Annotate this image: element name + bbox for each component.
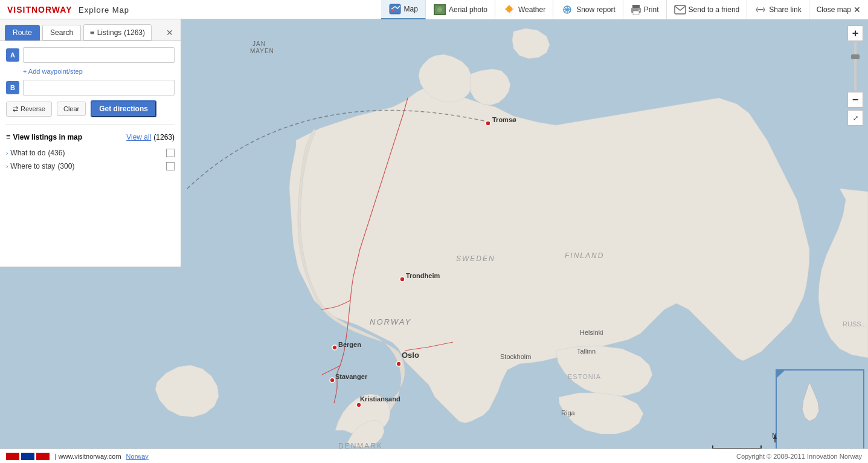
send-icon	[674, 4, 686, 15]
nav-send-button[interactable]: Send to a friend	[667, 0, 748, 19]
svg-point-5	[506, 6, 512, 12]
what-to-do-label: What to do	[10, 149, 45, 157]
sidebar-panel: Route Search ≡ Listings (1263) ✕ A + Add…	[0, 19, 181, 267]
listing-item-where-to-stay[interactable]: › Where to stay (300)	[6, 160, 175, 173]
listing-item-what-to-do[interactable]: › What to do (436)	[6, 146, 175, 160]
get-directions-button[interactable]: Get directions	[91, 100, 156, 117]
close-map-button[interactable]: Close map ✕	[809, 0, 868, 19]
svg-rect-17	[633, 11, 639, 15]
where-to-stay-checkbox[interactable]	[166, 162, 175, 170]
tab-bar: Route Search ≡ Listings (1263) ✕	[0, 19, 181, 41]
nav-share-label: Share link	[769, 5, 801, 14]
nav-aerial-button[interactable]: Aerial photo	[426, 0, 495, 19]
reverse-button[interactable]: ⇄ Reverse	[6, 102, 52, 117]
svg-point-18	[638, 10, 640, 11]
map-icon	[388, 3, 402, 15]
footer: | www.visitnorway.com Norway Copyright ©…	[0, 448, 868, 463]
label-stavanger: Stavanger	[335, 373, 368, 380]
label-tromso: Tromsø	[492, 116, 516, 123]
zoom-out-button[interactable]: −	[847, 92, 863, 108]
label-oslo: Oslo	[402, 351, 419, 360]
label-tallinn: Tallinn	[577, 348, 596, 355]
nav-print-button[interactable]: Print	[623, 0, 667, 19]
label-norway: NORWAY	[370, 317, 411, 326]
zoom-slider-track[interactable]	[854, 42, 857, 91]
share-icon	[754, 4, 767, 15]
footer-separator: |	[54, 453, 56, 460]
reverse-icon: ⇄	[13, 105, 18, 113]
nav-aerial-label: Aerial photo	[449, 5, 487, 14]
sidebar-content: A + Add waypoint/step B ⇄ Reverse Clear …	[0, 41, 181, 179]
view-listings-title: ≡ View listings in map	[6, 132, 82, 141]
zoom-in-button[interactable]: +	[847, 25, 863, 41]
label-jan-mayen2: MAYEN	[250, 48, 274, 54]
nav-map-button[interactable]: Map	[381, 0, 426, 19]
nav-snow-button[interactable]: Snow report	[553, 0, 623, 19]
where-to-stay-label: Where to stay	[10, 162, 55, 170]
view-all-area: View all (1263)	[126, 133, 175, 141]
nav-map-label: Map	[404, 5, 418, 13]
city-dot-oslo	[396, 361, 401, 366]
svg-point-1	[392, 9, 394, 11]
label-bergen: Bergen	[338, 341, 361, 348]
label-stockholm: Stockholm	[500, 353, 531, 360]
chevron-what-to-do: ›	[6, 150, 8, 157]
label-kristiansand: Kristiansand	[360, 395, 400, 403]
close-map-label: Close map	[817, 5, 851, 14]
view-listings-header: ≡ View listings in map View all (1263)	[6, 132, 175, 141]
label-riga: Riga	[561, 409, 576, 416]
logo-visit: VISITNORWAY	[7, 5, 72, 15]
city-dot-tromso	[486, 121, 490, 126]
footer-website: www.visitnorway.com	[59, 453, 121, 460]
waypoint-b-label: B	[6, 81, 19, 94]
add-waypoint-button[interactable]: + Add waypoint/step	[23, 68, 175, 75]
svg-point-4	[437, 7, 442, 12]
nav-snow-label: Snow report	[576, 5, 616, 14]
divider	[6, 125, 175, 125]
footer-flags	[6, 453, 50, 460]
label-sweden: SWEDEN	[456, 254, 495, 263]
waypoint-b-input[interactable]	[23, 80, 175, 96]
flag-red	[6, 453, 19, 460]
label-helsinki: Helsinki	[580, 329, 603, 336]
waypoint-a-label: A	[6, 48, 19, 62]
route-tab[interactable]: Route	[5, 25, 40, 40]
route-actions: ⇄ Reverse Clear Get directions	[6, 100, 175, 117]
flag-red2	[36, 453, 50, 460]
list-icon-2: ≡	[6, 132, 11, 141]
label-jan-mayen: JAN	[252, 40, 266, 47]
zoom-expand-button[interactable]: ⤢	[847, 110, 863, 126]
zoom-slider-thumb[interactable]	[851, 54, 860, 59]
clear-button[interactable]: Clear	[57, 102, 86, 116]
listings-tab[interactable]: ≡ Listings (1263)	[83, 24, 152, 40]
close-sidebar-button[interactable]: ✕	[164, 25, 176, 40]
weather-icon	[503, 4, 516, 16]
waypoint-a-input[interactable]	[23, 47, 175, 63]
listings-total-count: (1263)	[153, 133, 175, 141]
where-to-stay-count: (300)	[57, 162, 74, 170]
label-estonia: ESTONIA	[568, 373, 601, 380]
footer-norway-link[interactable]: Norway	[126, 453, 149, 460]
snow-icon	[561, 4, 574, 16]
svg-rect-19	[675, 5, 686, 14]
header-navigation: Map Aerial photo Weather Snow report	[381, 0, 868, 19]
listings-label: Listings	[97, 28, 122, 37]
close-icon: ✕	[854, 5, 861, 15]
search-tab[interactable]: Search	[42, 25, 81, 40]
label-russia: RUSS...	[843, 320, 867, 328]
city-dot-kristiansand	[356, 403, 361, 407]
what-to-do-checkbox[interactable]	[166, 149, 175, 157]
zoom-controls: + − ⤢	[847, 25, 863, 126]
nav-share-button[interactable]: Share link	[747, 0, 809, 19]
nav-print-label: Print	[644, 5, 659, 14]
print-icon	[631, 4, 641, 15]
waypoint-a-row: A	[6, 47, 175, 63]
label-trondheim: Trondheim	[406, 272, 440, 279]
view-all-link[interactable]: View all	[126, 133, 151, 141]
nav-weather-label: Weather	[518, 5, 545, 14]
nav-weather-button[interactable]: Weather	[495, 0, 553, 19]
app-logo: VISITNORWAY Explore Map	[0, 5, 137, 15]
label-finland: FINLAND	[565, 251, 604, 260]
mini-map	[776, 370, 864, 453]
waypoint-b-row: B	[6, 80, 175, 96]
